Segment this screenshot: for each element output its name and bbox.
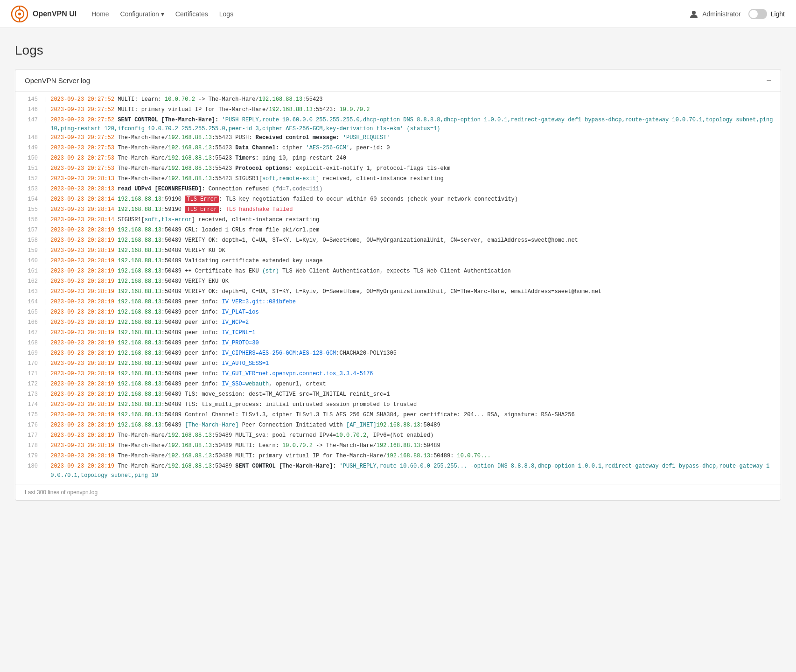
log-line: 153 | 2023-09-23 20:28:13 read UDPv4 [EC…	[15, 185, 781, 195]
nav-home[interactable]: Home	[91, 10, 109, 18]
theme-toggle-switch[interactable]	[748, 9, 767, 19]
log-line: 165 | 2023-09-23 20:28:19 192.168.88.13:…	[15, 308, 781, 318]
user-label: Administrator	[702, 10, 740, 18]
log-line: 145 | 2023-09-23 20:27:52 MULTI: Learn: …	[15, 95, 781, 105]
log-line: 156 | 2023-09-23 20:28:14 SIGUSR1[soft,t…	[15, 216, 781, 226]
log-line: 164 | 2023-09-23 20:28:19 192.168.88.13:…	[15, 298, 781, 308]
log-footer: Last 300 lines of openvpn.log	[15, 484, 781, 500]
log-line: 159 | 2023-09-23 20:28:19 192.168.88.13:…	[15, 246, 781, 257]
log-line: 160 | 2023-09-23 20:28:19 192.168.88.13:…	[15, 257, 781, 267]
theme-toggle[interactable]: Light	[748, 9, 785, 19]
log-line: 178 | 2023-09-23 20:28:19 The-March-Hare…	[15, 441, 781, 452]
log-line: 157 | 2023-09-23 20:28:19 192.168.88.13:…	[15, 226, 781, 236]
log-line: 168 | 2023-09-23 20:28:19 192.168.88.13:…	[15, 339, 781, 349]
nav-logs[interactable]: Logs	[219, 10, 233, 18]
log-line: 167 | 2023-09-23 20:28:19 192.168.88.13:…	[15, 329, 781, 339]
navbar: OpenVPN UI Home Configuration ▾ Certific…	[0, 0, 796, 28]
log-line: 162 | 2023-09-23 20:28:19 192.168.88.13:…	[15, 277, 781, 287]
log-line: 174 | 2023-09-23 20:28:19 192.168.88.13:…	[15, 400, 781, 411]
log-line: 155 | 2023-09-23 20:28:14 192.168.88.13:…	[15, 205, 781, 216]
log-line: 175 | 2023-09-23 20:28:19 192.168.88.13:…	[15, 411, 781, 421]
log-line: 149 | 2023-09-23 20:27:53 The-March-Hare…	[15, 144, 781, 154]
log-line: 171 | 2023-09-23 20:28:19 192.168.88.13:…	[15, 370, 781, 380]
log-line: 146 | 2023-09-23 20:27:52 MULTI: primary…	[15, 105, 781, 116]
log-line: 172 | 2023-09-23 20:28:19 192.168.88.13:…	[15, 380, 781, 390]
log-line: 163 | 2023-09-23 20:28:19 192.168.88.13:…	[15, 287, 781, 298]
log-line: 148 | 2023-09-23 20:27:52 The-March-Hare…	[15, 133, 781, 144]
log-line: 179 | 2023-09-23 20:28:19 The-March-Hare…	[15, 452, 781, 462]
log-panel-title: OpenVPN Server log	[25, 77, 90, 84]
log-line: 152 | 2023-09-23 20:28:13 The-March-Hare…	[15, 175, 781, 185]
svg-point-5	[692, 11, 696, 14]
log-line: 150 | 2023-09-23 20:27:53 The-March-Hare…	[15, 154, 781, 164]
nav-configuration[interactable]: Configuration ▾	[120, 10, 164, 18]
page-content: Logs OpenVPN Server log − 145 | 2023-09-…	[0, 28, 796, 672]
log-line: 169 | 2023-09-23 20:28:19 192.168.88.13:…	[15, 349, 781, 359]
log-content: 145 | 2023-09-23 20:27:52 MULTI: Learn: …	[15, 91, 781, 484]
log-line: 170 | 2023-09-23 20:28:19 192.168.88.13:…	[15, 359, 781, 370]
user-area: Administrator	[689, 9, 740, 19]
nav-certificates[interactable]: Certificates	[175, 10, 208, 18]
minimize-button[interactable]: −	[766, 76, 771, 84]
log-panel-header: OpenVPN Server log −	[15, 70, 781, 91]
log-line: 158 | 2023-09-23 20:28:19 192.168.88.13:…	[15, 236, 781, 246]
log-line: 161 | 2023-09-23 20:28:19 192.168.88.13:…	[15, 267, 781, 277]
log-line: 154 | 2023-09-23 20:28:14 192.168.88.13:…	[15, 195, 781, 205]
brand: OpenVPN UI	[11, 6, 77, 22]
nav-right: Administrator Light	[689, 9, 785, 19]
log-line: 177 | 2023-09-23 20:28:19 The-March-Hare…	[15, 431, 781, 441]
log-line: 166 | 2023-09-23 20:28:19 192.168.88.13:…	[15, 318, 781, 329]
log-line: 173 | 2023-09-23 20:28:19 192.168.88.13:…	[15, 390, 781, 400]
page-title: Logs	[15, 43, 781, 58]
log-line: 180 | 2023-09-23 20:28:19 The-March-Hare…	[15, 462, 781, 480]
user-icon	[689, 9, 698, 19]
navbar-nav: Home Configuration ▾ Certificates Logs	[91, 10, 674, 18]
log-line: 151 | 2023-09-23 20:27:53 The-March-Hare…	[15, 164, 781, 175]
log-line: 147 | 2023-09-23 20:27:52 SENT CONTROL […	[15, 116, 781, 133]
log-panel: OpenVPN Server log − 145 | 2023-09-23 20…	[15, 69, 781, 501]
svg-point-2	[18, 13, 21, 15]
logo-icon	[11, 6, 28, 22]
theme-label: Light	[771, 10, 785, 18]
log-line: 176 | 2023-09-23 20:28:19 192.168.88.13:…	[15, 421, 781, 431]
